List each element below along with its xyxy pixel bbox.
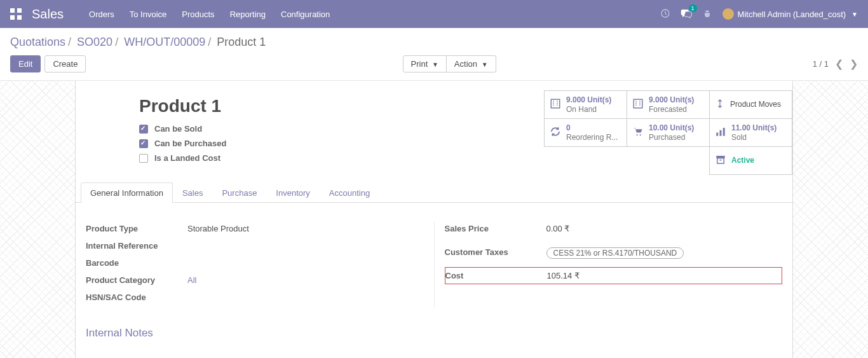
- svg-rect-13: [717, 158, 724, 163]
- value-sales-price: 0.00 ₹: [546, 222, 783, 235]
- svg-rect-10: [720, 130, 722, 136]
- discuss-badge: 1: [689, 4, 697, 12]
- svg-rect-1: [17, 8, 22, 13]
- stat-on-hand[interactable]: 9.000 Unit(s)On Hand: [544, 90, 627, 119]
- svg-rect-0: [10, 8, 15, 13]
- chevron-down-icon: ▼: [851, 11, 858, 18]
- label-can-be-sold: Can be Sold: [154, 124, 202, 134]
- user-name: Mitchell Admin (Landed_cost): [738, 10, 846, 19]
- menu-to-invoice[interactable]: To Invoice: [130, 10, 167, 19]
- checkbox-can-be-sold[interactable]: [139, 125, 148, 134]
- tab-sales[interactable]: Sales: [173, 182, 213, 203]
- label-sales-price: Sales Price: [445, 222, 546, 235]
- debug-icon[interactable]: [702, 8, 712, 20]
- label-barcode: Barcode: [86, 256, 187, 270]
- value-hsn-sac: [187, 291, 424, 294]
- stat-reordering[interactable]: 0Reordering R...: [544, 118, 627, 147]
- edit-button[interactable]: Edit: [10, 55, 41, 72]
- action-dropdown[interactable]: Action ▼: [447, 55, 496, 72]
- value-product-category[interactable]: All: [187, 275, 196, 285]
- svg-rect-2: [10, 15, 15, 20]
- label-can-be-purchased: Can be Purchased: [154, 139, 226, 148]
- print-dropdown[interactable]: Print ▼: [403, 55, 447, 72]
- stat-purchased[interactable]: 10.00 Unit(s)Purchased: [627, 118, 710, 147]
- pager-next[interactable]: ❯: [850, 58, 858, 70]
- value-internal-reference: [187, 239, 424, 243]
- archive-icon: [715, 154, 726, 167]
- value-cost: 105.14 ₹: [547, 269, 782, 282]
- breadcrumb-current: Product 1: [217, 36, 266, 48]
- tab-general-information[interactable]: General Information: [81, 182, 173, 203]
- label-customer-taxes: Customer Taxes: [445, 245, 546, 259]
- checkbox-can-be-purchased[interactable]: [139, 139, 148, 148]
- stat-buttons: 9.000 Unit(s)On Hand 9.000 Unit(s)Foreca…: [538, 91, 792, 175]
- tag-customer-tax: CESS 21% or RS.4170/THOUSAND: [546, 247, 684, 259]
- signal-icon: [715, 126, 726, 139]
- activity-icon[interactable]: [660, 8, 670, 20]
- stat-product-moves[interactable]: Product Moves: [709, 90, 792, 119]
- breadcrumb-wh[interactable]: WH/OUT/00009: [124, 36, 205, 48]
- app-brand[interactable]: Sales: [32, 7, 64, 22]
- apps-icon[interactable]: [10, 8, 22, 20]
- breadcrumb-quotations[interactable]: Quotations: [10, 36, 65, 48]
- tab-accounting[interactable]: Accounting: [320, 182, 379, 203]
- pager: 1 / 1 ❮ ❯: [813, 58, 858, 70]
- create-button[interactable]: Create: [44, 55, 86, 72]
- svg-rect-3: [17, 15, 22, 20]
- label-product-type: Product Type: [86, 222, 187, 235]
- svg-rect-5: [551, 99, 560, 108]
- svg-rect-11: [723, 128, 725, 136]
- label-internal-reference: Internal Reference: [86, 239, 187, 252]
- menu-reporting[interactable]: Reporting: [230, 10, 266, 19]
- stat-forecasted[interactable]: 9.000 Unit(s)Forecasted: [627, 90, 710, 119]
- pager-text: 1 / 1: [813, 59, 829, 69]
- menu-configuration[interactable]: Configuration: [281, 10, 330, 19]
- stat-active[interactable]: Active: [709, 146, 792, 175]
- svg-rect-9: [716, 133, 718, 136]
- svg-point-7: [636, 134, 637, 135]
- tab-purchase[interactable]: Purchase: [212, 182, 266, 203]
- tab-inventory[interactable]: Inventory: [266, 182, 319, 203]
- discuss-icon[interactable]: 1: [681, 8, 692, 20]
- control-panel: Quotations/ SO020/ WH/OUT/00009/ Product…: [0, 28, 868, 72]
- internal-notes-heading: Internal Notes: [76, 308, 792, 340]
- building-icon: [632, 98, 644, 111]
- stat-sold[interactable]: 11.00 Unit(s)Sold: [709, 118, 792, 147]
- user-menu[interactable]: Mitchell Admin (Landed_cost) ▼: [722, 8, 858, 20]
- cart-icon: [632, 126, 644, 139]
- value-product-type: Storable Product: [187, 222, 424, 235]
- form-sheet: 9.000 Unit(s)On Hand 9.000 Unit(s)Foreca…: [75, 81, 793, 358]
- building-icon: [550, 98, 561, 111]
- breadcrumb-so[interactable]: SO020: [77, 36, 112, 48]
- checkbox-is-landed-cost[interactable]: [139, 154, 148, 163]
- refresh-icon: [550, 126, 561, 139]
- value-barcode: [187, 256, 424, 260]
- avatar: [722, 8, 734, 20]
- top-navbar: Sales Orders To Invoice Products Reporti…: [0, 0, 868, 28]
- tabs: General Information Sales Purchase Inven…: [76, 182, 792, 203]
- svg-rect-6: [634, 99, 642, 108]
- breadcrumb: Quotations/ SO020/ WH/OUT/00009/ Product…: [10, 36, 858, 49]
- svg-point-8: [640, 134, 641, 135]
- main-menu: Orders To Invoice Products Reporting Con…: [89, 10, 330, 19]
- label-cost: Cost: [445, 269, 547, 282]
- label-hsn-sac: HSN/SAC Code: [86, 291, 187, 304]
- pager-prev[interactable]: ❮: [835, 58, 843, 70]
- label-product-category: Product Category: [86, 273, 187, 287]
- label-is-landed-cost: Is a Landed Cost: [154, 153, 220, 163]
- exchange-icon: [715, 98, 725, 111]
- menu-products[interactable]: Products: [182, 10, 214, 19]
- menu-orders[interactable]: Orders: [89, 10, 114, 19]
